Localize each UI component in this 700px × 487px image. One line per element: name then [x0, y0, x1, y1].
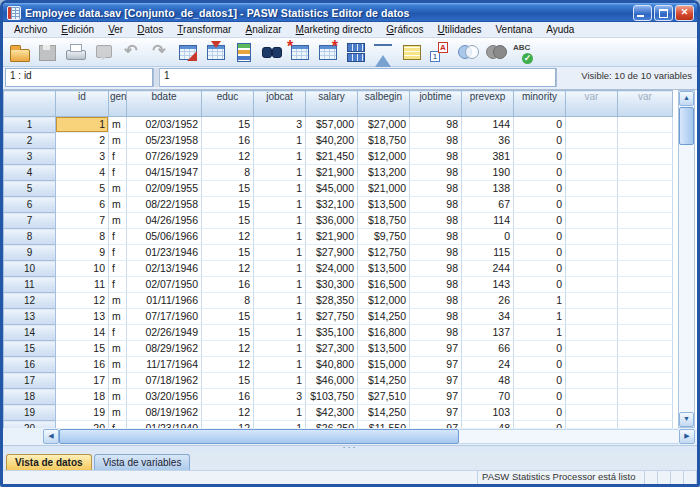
cell-gender-row19[interactable]: m [109, 405, 127, 421]
tab-vista-de-datos[interactable]: Vista de datos [6, 454, 92, 470]
cell-educ-row7[interactable]: 15 [202, 213, 254, 229]
cell-jobtime-row3[interactable]: 98 [410, 149, 462, 165]
cell-prevexp-row17[interactable]: 48 [462, 373, 514, 389]
cell-var2-row12[interactable] [618, 293, 673, 309]
row-header[interactable]: 4 [4, 165, 56, 181]
cell-id-row13[interactable]: 13 [56, 309, 109, 325]
cell-bdate-row14[interactable]: 02/26/1949 [127, 325, 202, 341]
cell-var-row2[interactable] [566, 133, 618, 149]
cell-minority-row11[interactable]: 0 [514, 277, 566, 293]
cell-jobtime-row9[interactable]: 98 [410, 245, 462, 261]
cell-id-row5[interactable]: 5 [56, 181, 109, 197]
row-header[interactable]: 17 [4, 373, 56, 389]
cell-prevexp-row14[interactable]: 137 [462, 325, 514, 341]
menu-transformar[interactable]: Transformar [170, 24, 238, 35]
cell-var-row8[interactable] [566, 229, 618, 245]
cell-var2-row20[interactable] [618, 421, 673, 429]
cell-id-row1[interactable]: 1 [56, 117, 109, 133]
cell-prevexp-row1[interactable]: 144 [462, 117, 514, 133]
cell-educ-row3[interactable]: 12 [202, 149, 254, 165]
cell-minority-row12[interactable]: 1 [514, 293, 566, 309]
cell-id-row10[interactable]: 10 [56, 261, 109, 277]
column-header-var[interactable]: var [566, 91, 618, 117]
cell-salary-row10[interactable]: $24,000 [306, 261, 358, 277]
cell-id-row18[interactable]: 18 [56, 389, 109, 405]
cell-minority-row7[interactable]: 0 [514, 213, 566, 229]
cell-jobcat-row7[interactable]: 1 [254, 213, 306, 229]
cell-educ-row15[interactable]: 12 [202, 341, 254, 357]
cell-bdate-row8[interactable]: 05/06/1966 [127, 229, 202, 245]
cell-salbegin-row14[interactable]: $16,800 [358, 325, 410, 341]
menu-ventana[interactable]: Ventana [488, 24, 539, 35]
row-header[interactable]: 10 [4, 261, 56, 277]
cell-educ-row8[interactable]: 12 [202, 229, 254, 245]
cell-salbegin-row16[interactable]: $15,000 [358, 357, 410, 373]
cell-gender-row9[interactable]: f [109, 245, 127, 261]
scroll-up-button[interactable]: ▲ [679, 91, 694, 106]
cell-var2-row5[interactable] [618, 181, 673, 197]
insert-variable-icon[interactable] [314, 40, 340, 64]
cell-var2-row1[interactable] [618, 117, 673, 133]
cell-salary-row18[interactable]: $103,750 [306, 389, 358, 405]
vertical-scrollbar[interactable]: ▲ ▼ [678, 90, 695, 428]
cell-jobtime-row16[interactable]: 97 [410, 357, 462, 373]
row-header[interactable]: 12 [4, 293, 56, 309]
close-button[interactable] [675, 5, 694, 21]
cell-var2-row6[interactable] [618, 197, 673, 213]
row-header[interactable]: 1 [4, 117, 56, 133]
cell-salbegin-row7[interactable]: $18,750 [358, 213, 410, 229]
row-header[interactable]: 13 [4, 309, 56, 325]
cell-var-row18[interactable] [566, 389, 618, 405]
cell-minority-row20[interactable]: 0 [514, 421, 566, 429]
cell-id-row16[interactable]: 16 [56, 357, 109, 373]
cell-salbegin-row10[interactable]: $13,500 [358, 261, 410, 277]
cell-gender-row11[interactable]: f [109, 277, 127, 293]
cell-salary-row20[interactable]: $26,250 [306, 421, 358, 429]
cell-bdate-row12[interactable]: 01/11/1966 [127, 293, 202, 309]
row-header[interactable]: 19 [4, 405, 56, 421]
cell-salbegin-row3[interactable]: $12,000 [358, 149, 410, 165]
column-header-gender[interactable]: gender [109, 91, 127, 117]
cell-salbegin-row5[interactable]: $21,000 [358, 181, 410, 197]
cell-jobcat-row9[interactable]: 1 [254, 245, 306, 261]
cell-salary-row1[interactable]: $57,000 [306, 117, 358, 133]
menu-edici-n[interactable]: Edición [54, 24, 101, 35]
cell-var2-row17[interactable] [618, 373, 673, 389]
cell-jobtime-row20[interactable]: 97 [410, 421, 462, 429]
cell-minority-row19[interactable]: 0 [514, 405, 566, 421]
cell-prevexp-row15[interactable]: 66 [462, 341, 514, 357]
cell-bdate-row19[interactable]: 08/19/1962 [127, 405, 202, 421]
cell-educ-row9[interactable]: 15 [202, 245, 254, 261]
cell-minority-row6[interactable]: 0 [514, 197, 566, 213]
cell-salary-row5[interactable]: $45,000 [306, 181, 358, 197]
cell-prevexp-row20[interactable]: 48 [462, 421, 514, 429]
cell-prevexp-row2[interactable]: 36 [462, 133, 514, 149]
cell-prevexp-row11[interactable]: 143 [462, 277, 514, 293]
cell-jobcat-row18[interactable]: 3 [254, 389, 306, 405]
cell-var2-row4[interactable] [618, 165, 673, 181]
menu-ayuda[interactable]: Ayuda [539, 24, 581, 35]
cell-jobcat-row15[interactable]: 1 [254, 341, 306, 357]
cell-salary-row16[interactable]: $40,800 [306, 357, 358, 373]
pane-splitter[interactable] [3, 445, 697, 452]
cell-bdate-row11[interactable]: 02/07/1950 [127, 277, 202, 293]
cell-bdate-row4[interactable]: 04/15/1947 [127, 165, 202, 181]
cell-jobtime-row13[interactable]: 98 [410, 309, 462, 325]
cell-minority-row3[interactable]: 0 [514, 149, 566, 165]
cell-minority-row10[interactable]: 0 [514, 261, 566, 277]
cell-bdate-row5[interactable]: 02/09/1955 [127, 181, 202, 197]
scroll-left-button[interactable]: ◀ [43, 429, 59, 444]
cell-bdate-row1[interactable]: 02/03/1952 [127, 117, 202, 133]
cell-jobcat-row17[interactable]: 1 [254, 373, 306, 389]
cell-minority-row15[interactable]: 0 [514, 341, 566, 357]
cell-gender-row12[interactable]: m [109, 293, 127, 309]
cell-id-row7[interactable]: 7 [56, 213, 109, 229]
spell-check-icon[interactable] [510, 40, 536, 64]
cell-minority-row14[interactable]: 1 [514, 325, 566, 341]
cell-id-row14[interactable]: 14 [56, 325, 109, 341]
cell-salary-row12[interactable]: $28,350 [306, 293, 358, 309]
cell-jobcat-row14[interactable]: 1 [254, 325, 306, 341]
menu-marketing-directo[interactable]: Marketing directo [289, 24, 380, 35]
weight-cases-icon[interactable] [370, 40, 396, 64]
cell-salbegin-row8[interactable]: $9,750 [358, 229, 410, 245]
